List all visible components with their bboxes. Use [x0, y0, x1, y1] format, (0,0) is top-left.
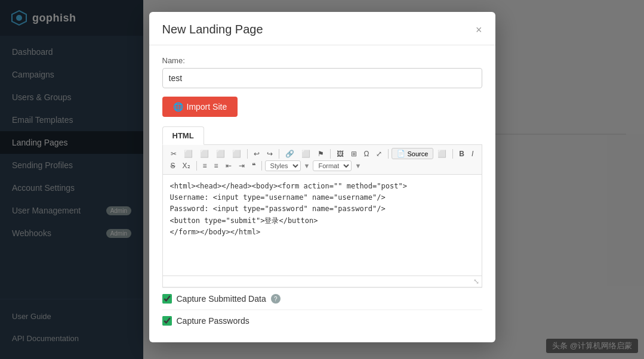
modal-overlay: New Landing Page × Name: 🌐 Import Site H…: [143, 0, 644, 359]
modal-title: New Landing Page: [162, 23, 263, 36]
toolbar-paste[interactable]: ⬜: [197, 148, 212, 159]
toolbar-unlink[interactable]: ⬜: [298, 148, 313, 159]
tab-html[interactable]: HTML: [162, 126, 204, 145]
toolbar-indent[interactable]: ⇥: [236, 160, 248, 171]
resize-icon: ⤡: [473, 277, 479, 286]
import-site-button[interactable]: 🌐 Import Site: [162, 97, 238, 117]
toolbar-outdent[interactable]: ⇤: [223, 160, 235, 171]
toolbar-copy[interactable]: ⬜: [181, 148, 196, 159]
toolbar-link[interactable]: 🔗: [282, 148, 297, 159]
toolbar-sep-4: [388, 149, 389, 159]
modal-header: New Landing Page ×: [149, 12, 495, 45]
toolbar-sub[interactable]: X₂: [180, 160, 193, 171]
globe-icon: 🌐: [173, 102, 183, 112]
modal-close-button[interactable]: ×: [476, 24, 482, 35]
toolbar-bold[interactable]: B: [456, 148, 467, 159]
source-button[interactable]: 📄 Source: [392, 148, 433, 159]
capture-passwords-checkbox[interactable]: [162, 316, 172, 326]
editor-resize-handle[interactable]: ⤡: [162, 276, 482, 287]
editor-line-5: </form></body></html>: [170, 227, 474, 238]
toolbar-undo[interactable]: ↩: [251, 148, 263, 159]
editor-line-3: Password: <input type="password" name="p…: [170, 203, 474, 215]
help-icon: ?: [271, 294, 281, 304]
toolbar-paste-text[interactable]: ⬜: [213, 148, 228, 159]
styles-select[interactable]: Styles: [265, 160, 301, 171]
name-field-label: Name:: [162, 56, 482, 65]
capture-submitted-label: Capture Submitted Data: [177, 294, 266, 304]
toolbar-strike[interactable]: S: [168, 160, 178, 171]
toolbar-sep-2: [279, 149, 279, 159]
toolbar-anchor[interactable]: ⚑: [315, 148, 327, 159]
editor-line-2: Username: <input type="username" name="u…: [170, 192, 474, 203]
editor-content-area[interactable]: <html><head></head><body><form action=""…: [162, 175, 482, 276]
toolbar-sep-1: [247, 149, 248, 159]
toolbar-arrow1: ▼: [302, 162, 312, 169]
source-icon: 📄: [397, 150, 405, 157]
toolbar-ul[interactable]: ≡: [211, 160, 221, 171]
name-field-input[interactable]: [162, 68, 482, 88]
toolbar-blockquote[interactable]: ❝: [249, 160, 258, 171]
main-content: Landing Pages + New Page Show entries Na…: [143, 0, 644, 359]
editor-toolbar: ✂ ⬜ ⬜ ⬜ ⬜ ↩ ↪ 🔗 ⬜ ⚑ 🖼 ⊞ Ω ⤢: [162, 145, 482, 175]
format-select[interactable]: Format: [313, 160, 352, 171]
new-landing-page-modal: New Landing Page × Name: 🌐 Import Site H…: [149, 12, 495, 342]
toolbar-image[interactable]: 🖼: [334, 148, 347, 159]
toolbar-extra[interactable]: ⬜: [435, 148, 449, 159]
toolbar-sep-5: [452, 149, 453, 159]
toolbar-sep-7: [261, 161, 262, 171]
toolbar-paste-word[interactable]: ⬜: [229, 148, 244, 159]
toolbar-maximize[interactable]: ⤢: [373, 148, 385, 159]
editor-line-1: <html><head></head><body><form action=""…: [170, 181, 474, 192]
capture-passwords-row: Capture Passwords: [162, 310, 482, 332]
toolbar-redo[interactable]: ↪: [264, 148, 276, 159]
toolbar-special-char[interactable]: Ω: [361, 148, 372, 159]
source-label: Source: [407, 150, 428, 157]
import-site-label: Import Site: [187, 102, 227, 112]
toolbar-italic[interactable]: I: [469, 148, 476, 159]
toolbar-sep-6: [196, 161, 197, 171]
modal-body: Name: 🌐 Import Site HTML ✂ ⬜ ⬜ ⬜ ⬜ ↩: [149, 45, 495, 342]
capture-submitted-checkbox[interactable]: [162, 294, 172, 304]
capture-passwords-label: Capture Passwords: [177, 316, 249, 326]
toolbar-table[interactable]: ⊞: [348, 148, 360, 159]
capture-submitted-row: Capture Submitted Data ?: [162, 287, 482, 310]
toolbar-arrow2: ▼: [353, 162, 363, 169]
toolbar-cut[interactable]: ✂: [168, 148, 180, 159]
toolbar-ol[interactable]: ≡: [200, 160, 210, 171]
editor-tabs: HTML: [162, 126, 482, 145]
editor-line-4: <button type="submit">登录</button>: [170, 215, 474, 227]
toolbar-sep-3: [330, 149, 331, 159]
